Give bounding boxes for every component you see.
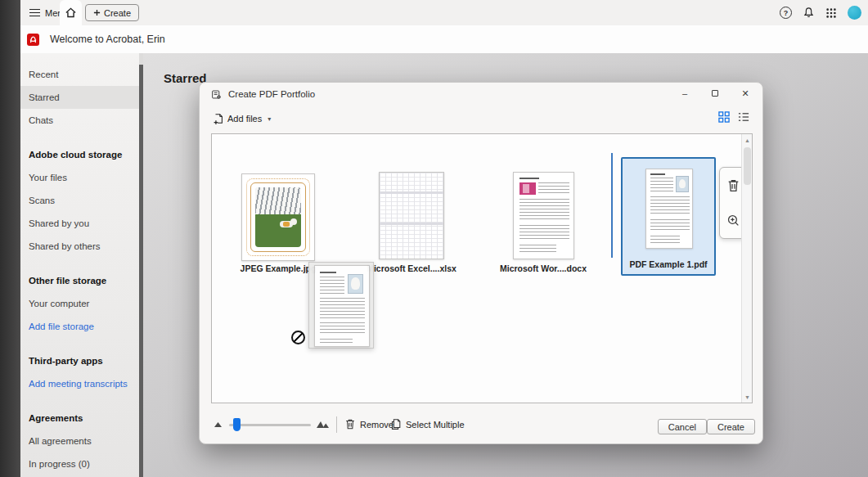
list-view-icon[interactable] — [737, 110, 749, 123]
page-title: Welcome to Acrobat, Erin — [50, 34, 165, 45]
portfolio-files-area: JPEG Example.jpg Microsoft Excel....xlsx… — [211, 133, 753, 403]
hamburger-icon — [29, 9, 40, 16]
sidebar-item-your-computer[interactable]: Your computer — [20, 292, 139, 315]
dialog-footer: Remove Select Multiple Cancel Create — [200, 403, 762, 443]
view-toggles — [717, 110, 749, 123]
sidebar-scrollbar[interactable] — [139, 53, 143, 477]
thumbnail-zoom-slider-track[interactable] — [229, 424, 311, 426]
file-thumbnail-jpeg[interactable] — [241, 173, 315, 261]
dialog-title: Create PDF Portfolio — [228, 89, 315, 99]
create-button[interactable]: Create — [707, 419, 755, 434]
cancel-label: Cancel — [668, 422, 696, 432]
sidebar-item-recent[interactable]: Recent — [20, 63, 139, 86]
minimize-icon[interactable]: – — [679, 88, 690, 99]
top-toolbar: Menu Create ? — [20, 0, 868, 25]
add-files-button[interactable]: Add files ▾ — [209, 109, 274, 128]
dialog-titlebar: Create PDF Portfolio – ✕ — [200, 83, 762, 106]
file-card-pdf-selected[interactable]: PDF Example 1.pdf — [621, 157, 716, 276]
file-name-excel: Microsoft Excel....xlsx — [360, 263, 463, 273]
drop-indicator-line — [611, 153, 613, 258]
file-name-word: Microsoft Wor....docx — [492, 263, 595, 273]
portfolio-icon — [211, 89, 222, 100]
sidebar-item-shared-by-you[interactable]: Shared by you — [20, 212, 139, 235]
notifications-bell-icon[interactable] — [803, 7, 815, 19]
maximize-icon[interactable] — [709, 88, 721, 99]
file-thumbnail-pdf — [645, 169, 693, 249]
zoom-preview-icon[interactable] — [726, 214, 740, 227]
acrobat-window: Menu Create ? — [0, 0, 868, 477]
sidebar-scrollbar-thumb[interactable] — [139, 65, 143, 477]
add-files-label: Add files — [227, 114, 262, 124]
create-tab-label: Create — [104, 8, 131, 18]
scroll-down-icon[interactable]: ▼ — [742, 391, 753, 403]
not-allowed-cursor-icon — [291, 331, 305, 344]
dog-figure — [278, 218, 296, 229]
file-thumbnail-word[interactable] — [513, 172, 574, 259]
create-pdf-portfolio-dialog: Create PDF Portfolio – ✕ Add files ▾ — [199, 82, 763, 444]
caret-down-icon: ▾ — [268, 115, 271, 123]
file-name-pdf: PDF Example 1.pdf — [623, 259, 714, 269]
sidebar-section-other-file-storage: Other file storage — [20, 269, 139, 292]
sidebar-item-in-progress[interactable]: In progress (0) — [20, 452, 139, 475]
cancel-button[interactable]: Cancel — [658, 419, 707, 434]
sidebar-item-shared-by-others[interactable]: Shared by others — [20, 235, 139, 258]
plus-icon — [93, 9, 101, 16]
help-icon[interactable]: ? — [780, 7, 792, 19]
acrobat-logo-icon — [27, 34, 39, 46]
welcome-header: Welcome to Acrobat, Erin — [20, 25, 868, 53]
sidebar-item-scans[interactable]: Scans — [20, 189, 139, 212]
zoom-in-icon[interactable] — [316, 418, 330, 429]
sidebar-item-add-meeting-transcripts[interactable]: Add meeting transcripts — [20, 372, 139, 395]
sidebar-section-agreements: Agreements — [20, 407, 139, 430]
grid-view-icon[interactable] — [717, 110, 730, 123]
fence-background — [255, 187, 301, 214]
delete-file-icon[interactable] — [726, 178, 740, 193]
add-file-icon — [213, 113, 224, 125]
select-multiple-button[interactable]: Select Multiple — [390, 418, 465, 430]
home-icon — [65, 7, 77, 19]
tab-home[interactable] — [60, 0, 82, 25]
footer-divider — [336, 416, 337, 433]
pdf-embedded-image — [676, 176, 689, 192]
app-launcher-grid-icon[interactable] — [825, 7, 837, 19]
sidebar-item-chats[interactable]: Chats — [20, 109, 139, 132]
window-edge — [0, 0, 20, 477]
sidebar-item-add-file-storage[interactable]: Add file storage — [20, 315, 139, 338]
create-tab-button[interactable]: Create — [85, 4, 139, 21]
maximize-glyph — [712, 90, 718, 97]
sidebar-section-third-party-apps: Third-party apps — [20, 349, 139, 372]
window-controls: – ✕ — [679, 88, 751, 99]
user-avatar[interactable] — [848, 6, 861, 20]
select-multiple-label: Select Multiple — [406, 420, 465, 430]
thumbnail-zoom-slider-handle[interactable] — [233, 418, 241, 431]
close-icon[interactable]: ✕ — [740, 88, 751, 99]
scroll-up-icon[interactable]: ▲ — [742, 134, 753, 146]
sidebar: Recent Starred Chats Adobe cloud storage… — [20, 53, 139, 477]
sidebar-section-adobe-cloud-storage: Adobe cloud storage — [20, 143, 139, 166]
file-thumbnail-excel[interactable] — [379, 172, 444, 259]
topbar-right-icons: ? — [780, 0, 861, 25]
word-embedded-image — [519, 182, 536, 195]
files-scrollbar[interactable]: ▲ ▼ — [741, 134, 752, 403]
files-scrollbar-thumb[interactable] — [744, 147, 751, 185]
dragged-file-thumbnail — [314, 265, 370, 347]
remove-button[interactable]: Remove — [344, 418, 394, 430]
dog-photo — [255, 187, 301, 247]
sidebar-item-your-files[interactable]: Your files — [20, 166, 139, 189]
zoom-out-icon[interactable] — [214, 421, 223, 428]
dragged-file-ghost[interactable] — [308, 262, 374, 349]
sidebar-item-all-agreements[interactable]: All agreements — [20, 430, 139, 452]
remove-label: Remove — [360, 420, 394, 430]
sidebar-item-starred[interactable]: Starred — [20, 86, 139, 109]
create-label: Create — [717, 422, 744, 432]
